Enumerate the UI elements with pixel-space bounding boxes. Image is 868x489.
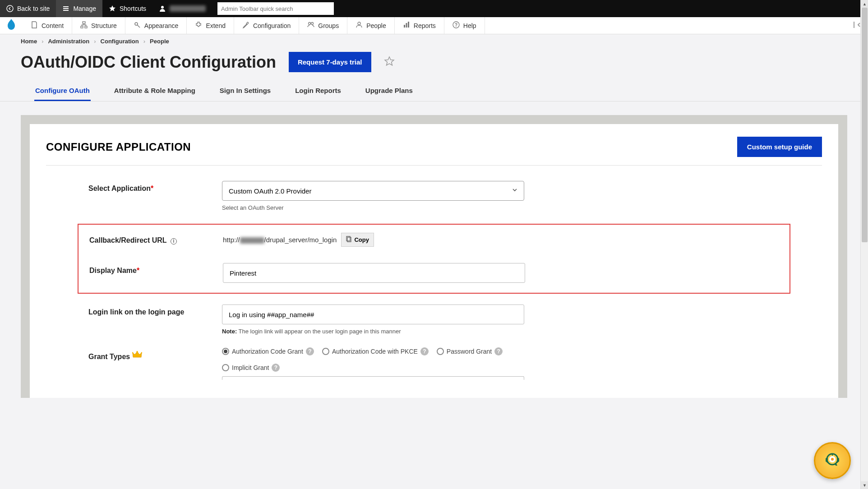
people-icon [356,21,363,30]
structure-label: Structure [91,22,117,29]
menu-configuration[interactable]: Configuration [234,17,299,34]
content-label: Content [42,22,64,29]
sub-tabs: Configure OAuth Attribute & Role Mapping… [0,81,868,101]
copy-url-button[interactable]: Copy [341,233,374,247]
tab-signin-settings[interactable]: Sign In Settings [219,81,272,101]
svg-rect-2 [83,22,85,23]
help-label: Help [463,22,476,29]
select-app-label: Select Application* [46,181,222,193]
reports-label: Reports [414,22,436,29]
row-display-name: Display Name* [78,263,790,283]
svg-point-1 [161,6,164,9]
structure-icon [80,21,88,30]
shortcuts-link[interactable]: Shortcuts [102,0,152,17]
tab-login-reports[interactable]: Login Reports [294,81,342,101]
svg-rect-14 [854,22,854,28]
help-badge-icon[interactable]: ? [306,347,314,355]
user-menu[interactable] [152,0,212,17]
url-suffix: /drupal_server/mo_login [264,236,337,244]
tab-upgrade-plans[interactable]: Upgrade Plans [365,81,414,101]
menu-help[interactable]: ? Help [444,17,485,34]
info-icon[interactable]: i [171,238,177,244]
help-badge-icon[interactable]: ? [272,364,280,372]
svg-rect-4 [85,26,87,28]
username-blurred [170,5,206,12]
row-select-application: Select Application* Custom OAuth 2.0 Pro… [46,181,822,211]
callback-url-value: http:///drupal_server/mo_login Copy [223,233,525,247]
reports-icon [403,21,410,30]
crown-icon [132,353,142,360]
menu-groups[interactable]: Groups [299,17,347,34]
row-grant-types: Grant Types Authorization Code Grant ? A… [46,347,822,372]
radio-implicit[interactable] [222,364,229,371]
appearance-label: Appearance [144,22,179,29]
crumb-people[interactable]: People [150,38,169,45]
crumb-home[interactable]: Home [21,38,37,45]
menu-structure[interactable]: Structure [72,17,125,34]
request-trial-button[interactable]: Request 7-days trial [289,52,371,72]
menu-people[interactable]: People [347,17,395,34]
grant-password[interactable]: Password Grant ? [437,347,503,355]
svg-rect-10 [406,23,407,28]
drupal-logo[interactable] [0,19,23,32]
crumb-config[interactable]: Configuration [101,38,139,45]
configure-panel: CONFIGURE APPLICATION Custom setup guide… [30,124,838,398]
svg-point-7 [311,23,314,25]
menu-extend[interactable]: Extend [187,17,234,34]
callback-label: Callback/Redirect URL i [78,233,223,244]
hamburger-icon [62,5,69,12]
svg-point-6 [309,23,311,25]
vertical-scrollbar[interactable]: ▲ ▼ [860,0,868,398]
menu-content[interactable]: Content [23,17,72,34]
scroll-up-button[interactable]: ▲ [861,0,868,8]
favorite-star-icon[interactable] [384,56,395,69]
grant-types-label: Grant Types [46,347,222,361]
manage-label: Manage [73,5,96,12]
page-header: OAuth/OIDC Client Configuration Request … [0,48,868,81]
select-app-help: Select an OAuth Server [222,204,524,211]
admin-quick-search-input[interactable] [217,2,334,15]
scrollbar-thumb[interactable] [862,8,868,242]
top-toolbar: Back to site Manage Shortcuts [0,0,868,17]
select-application-dropdown[interactable]: Custom OAuth 2.0 Provider [222,181,524,201]
radio-auth-code[interactable] [222,348,229,355]
manage-link[interactable]: Manage [56,0,102,17]
grant-auth-code[interactable]: Authorization Code Grant ? [222,347,314,355]
tab-configure-oauth[interactable]: Configure OAuth [34,81,91,101]
appearance-icon [134,21,141,30]
chevron-right-icon: › [143,38,145,45]
crumb-admin[interactable]: Administration [48,38,89,45]
grant-options: Authorization Code Grant ? Authorization… [222,347,565,372]
back-label: Back to site [17,5,50,12]
panel-head: CONFIGURE APPLICATION Custom setup guide [46,137,822,166]
panel-wrap: CONFIGURE APPLICATION Custom setup guide… [21,115,847,398]
row-login-link: Login link on the login page Note: The l… [46,304,822,335]
chevron-right-icon: › [42,38,43,45]
menu-appearance[interactable]: Appearance [125,17,187,34]
radio-pkce[interactable] [322,348,329,355]
grant-pkce[interactable]: Authorization Code with PKCE ? [322,347,429,355]
tab-attribute-mapping[interactable]: Attribute & Role Mapping [113,81,196,101]
help-badge-icon[interactable]: ? [420,347,429,355]
groups-icon [307,21,314,30]
svg-rect-9 [404,25,405,28]
display-name-label: Display Name* [78,263,223,275]
display-name-input[interactable] [223,263,525,283]
content-icon [31,21,38,30]
star-icon [109,5,116,12]
radio-password[interactable] [437,348,444,355]
copy-label: Copy [354,236,369,243]
grant-implicit[interactable]: Implicit Grant ? [222,364,280,372]
row-next-partial [46,376,822,380]
chevron-right-icon: › [94,38,96,45]
back-to-site-link[interactable]: Back to site [0,0,56,17]
config-icon [242,21,249,30]
groups-label: Groups [318,22,339,29]
login-link-input[interactable] [222,304,524,324]
help-badge-icon[interactable]: ? [494,347,503,355]
custom-setup-guide-button[interactable]: Custom setup guide [737,137,822,157]
svg-rect-11 [408,22,409,28]
menu-reports[interactable]: Reports [395,17,444,34]
svg-point-0 [7,5,13,12]
login-link-label: Login link on the login page [46,304,222,316]
